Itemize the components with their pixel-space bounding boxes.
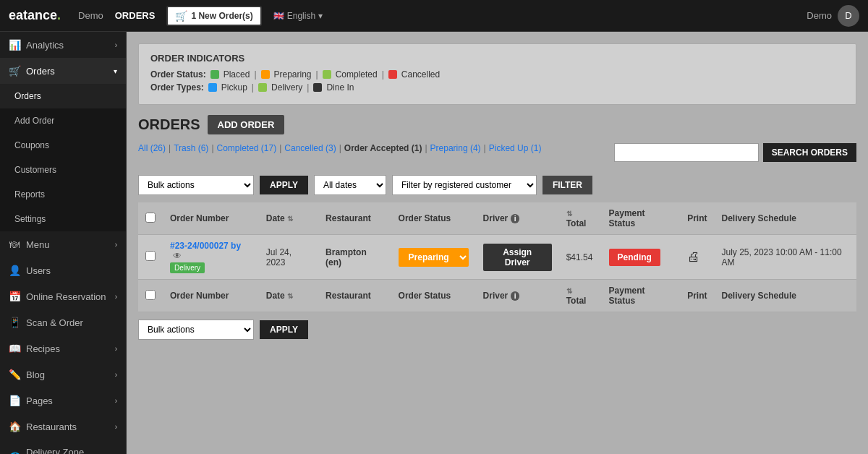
orders-header: ORDERS ADD ORDER [138, 115, 856, 134]
logo: eatance. [9, 8, 61, 23]
sidebar-orders-submenu: Orders Add Order Coupons Customers Repor… [0, 84, 126, 231]
order-status-dropdown[interactable]: Preparing [399, 248, 469, 267]
col-payment-status: Payment Status [602, 202, 681, 235]
orders-table: Order Number Date ⇅ Restaurant Order Sta… [138, 202, 856, 312]
filter-button[interactable]: FILTER [542, 176, 592, 194]
cart-icon: 🛒 [175, 10, 187, 22]
sidebar-item-reports[interactable]: Reports [0, 182, 126, 207]
menu-arrow: › [115, 241, 117, 249]
sidebar-item-delivery-zone[interactable]: 🌐 Delivery Zone Manager › [0, 440, 126, 454]
nav-orders[interactable]: ORDERS [115, 10, 156, 21]
sidebar: 📊 Analytics › 🛒 Orders ▾ Orders Add Orde… [0, 32, 127, 454]
sidebar-label-coupons: Coupons [14, 140, 49, 150]
col-footer-checkbox [138, 280, 163, 312]
col-restaurant: Restaurant [318, 202, 391, 235]
sidebar-label-delivery-zone: Delivery Zone Manager [26, 447, 109, 454]
sidebar-item-menu[interactable]: 🍽 Menu › [0, 231, 126, 257]
pages-arrow: › [115, 397, 117, 405]
delivery-badge: Delivery [170, 262, 205, 273]
bulk-actions-dropdown-bottom[interactable]: Bulk actions [138, 320, 254, 340]
sidebar-item-settings-sub[interactable]: Settings [0, 207, 126, 231]
col-footer-restaurant: Restaurant [318, 280, 391, 312]
sidebar-item-add-order[interactable]: Add Order [0, 108, 126, 133]
eye-icon[interactable]: 👁 [173, 251, 182, 261]
order-number-link[interactable]: #23-24/000027 by [170, 241, 241, 251]
footer-checkbox[interactable] [145, 290, 156, 300]
completed-dot [323, 70, 331, 79]
order-types-row: Order Types: Pickup | Delivery | Dine In [150, 82, 844, 93]
sidebar-item-recipes[interactable]: 📖 Recipes › [0, 335, 126, 361]
col-print: Print [680, 202, 714, 235]
row-order-number-cell: #23-24/000027 by 👁 Delivery [163, 235, 259, 280]
row-checkbox-cell [138, 235, 163, 280]
assign-driver-button[interactable]: Assign Driver [483, 244, 552, 271]
sidebar-label-recipes: Recipes [26, 343, 60, 354]
sidebar-label-orders: Orders [26, 66, 55, 77]
sidebar-label-online-reservation: Online Reservation [26, 291, 106, 302]
sidebar-label-add-order: Add Order [14, 116, 54, 126]
sidebar-label-customers: Customers [14, 165, 56, 175]
tab-completed[interactable]: Completed (17) [217, 143, 277, 153]
apply-button-top[interactable]: APPLY [260, 176, 308, 194]
tab-picked-up[interactable]: Picked Up (1) [489, 143, 542, 153]
sidebar-item-orders[interactable]: 🛒 Orders ▾ [0, 58, 126, 84]
table-row: #23-24/000027 by 👁 Delivery Jul 24, 2023… [138, 235, 856, 280]
avatar[interactable]: D [838, 5, 859, 27]
sidebar-label-analytics: Analytics [26, 40, 64, 51]
placed-dot [210, 70, 219, 79]
reservation-arrow: › [115, 293, 117, 301]
col-total: ⇅ Total [559, 202, 602, 235]
col-footer-order-status: Order Status [391, 280, 476, 312]
tab-all[interactable]: All (26) [138, 143, 166, 153]
tab-cancelled[interactable]: Cancelled (3) [284, 143, 336, 153]
sidebar-item-customers[interactable]: Customers [0, 158, 126, 182]
sidebar-label-restaurants: Restaurants [26, 421, 77, 432]
sidebar-item-users[interactable]: 👤 Users [0, 257, 126, 283]
row-date-cell: Jul 24, 2023 [259, 235, 318, 280]
sidebar-item-restaurants[interactable]: 🏠 Restaurants › [0, 414, 126, 440]
new-order-button[interactable]: 🛒 1 New Order(s) [166, 6, 261, 26]
pending-badge[interactable]: Pending [609, 249, 660, 266]
sidebar-label-menu: Menu [26, 239, 50, 250]
placed-label: Placed [224, 69, 250, 80]
cancelled-label: Cancelled [401, 69, 440, 80]
row-total-cell: $41.54 [559, 235, 602, 280]
col-order-status: Order Status [391, 202, 476, 235]
language-selector[interactable]: 🇬🇧 English ▾ [273, 11, 323, 21]
sidebar-label-blog: Blog [26, 369, 45, 380]
bottom-bulk-row: Bulk actions APPLY [138, 320, 856, 340]
nav-demo[interactable]: Demo [78, 10, 103, 21]
sidebar-item-coupons[interactable]: Coupons [0, 133, 126, 158]
filter-customer-dropdown[interactable]: Filter by registered customer [392, 175, 537, 195]
sidebar-item-pages[interactable]: 📄 Pages › [0, 387, 126, 414]
blog-arrow: › [115, 371, 117, 379]
reservation-icon: 📅 [9, 291, 20, 302]
sidebar-item-orders-sub[interactable]: Orders [0, 84, 126, 108]
sidebar-item-scan-order[interactable]: 📱 Scan & Order [0, 309, 126, 335]
search-orders-button[interactable]: SEARCH ORDERS [763, 143, 856, 162]
select-all-checkbox[interactable] [145, 213, 156, 223]
print-icon[interactable]: 🖨 [687, 249, 700, 264]
preparing-label: Preparing [274, 69, 312, 80]
sidebar-item-online-reservation[interactable]: 📅 Online Reservation › [0, 283, 126, 309]
filter-tabs: All (26) | Trash (6) | Completed (17) | … [138, 143, 614, 153]
sidebar-item-analytics[interactable]: 📊 Analytics › [0, 32, 126, 58]
apply-button-bottom[interactable]: APPLY [260, 320, 308, 339]
tab-order-accepted[interactable]: Order Accepted (1) [344, 143, 422, 153]
bulk-actions-dropdown-top[interactable]: Bulk actions [138, 175, 254, 195]
add-order-button[interactable]: ADD ORDER [208, 115, 285, 134]
tab-preparing[interactable]: Preparing (4) [430, 143, 481, 153]
pickup-dot [208, 83, 217, 92]
dates-dropdown[interactable]: All dates [314, 175, 386, 195]
row-checkbox[interactable] [145, 251, 156, 261]
row-restaurant-cell: Brampton (en) [318, 235, 391, 280]
sidebar-item-blog[interactable]: ✏️ Blog › [0, 361, 126, 387]
col-footer-delivery-schedule: Delivery Schedule [715, 280, 856, 312]
tab-trash[interactable]: Trash (6) [174, 143, 208, 153]
search-input[interactable] [614, 143, 759, 162]
col-footer-print: Print [680, 280, 714, 312]
bulk-filter-row: Bulk actions APPLY All dates Filter by r… [138, 175, 856, 195]
filter-search-row: All (26) | Trash (6) | Completed (17) | … [138, 143, 856, 169]
main-content: ORDER INDICATORS Order Status: Placed | … [127, 32, 868, 454]
pages-icon: 📄 [9, 395, 20, 406]
